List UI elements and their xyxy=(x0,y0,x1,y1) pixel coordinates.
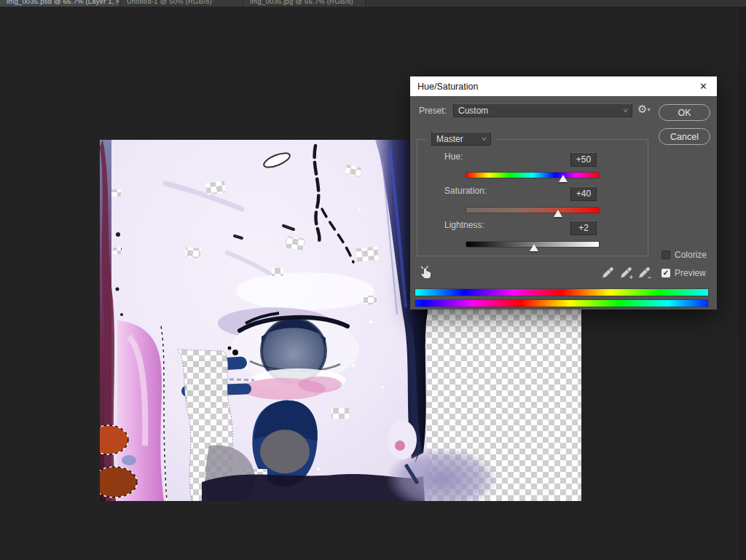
saturation-slider-thumb[interactable] xyxy=(554,210,562,217)
document-tab-1[interactable]: img_0036.psd @ 66.7% (Layer 1, RGB/8) * xyxy=(0,0,120,7)
saturation-value-field[interactable] xyxy=(570,186,597,201)
hue-saturation-dialog: Hue/Saturation ✕ Preset: Custom ˅ ⚙▾ OK … xyxy=(410,76,717,309)
chevron-down-icon: ˅ xyxy=(623,107,628,114)
colorize-checkbox[interactable] xyxy=(661,251,670,259)
document-tab-3[interactable]: img_0036.jpg @ 66.7% (RGB/8) xyxy=(243,0,366,7)
document-tab-3-label: img_0036.jpg @ 66.7% (RGB/8) xyxy=(243,0,365,6)
channel-dropdown[interactable]: Master ˅ xyxy=(431,132,491,146)
preset-options-gear-icon[interactable]: ⚙▾ xyxy=(637,103,650,117)
preset-dropdown[interactable]: Custom ˅ xyxy=(453,103,632,117)
hue-label: Hue: xyxy=(444,151,463,162)
channel-dropdown-wrap: Master ˅ xyxy=(427,132,495,146)
chevron-down-icon: ˅ xyxy=(482,135,487,143)
eyedropper-toolbar: + − xyxy=(601,267,650,279)
lightness-label: Lightness: xyxy=(444,220,484,230)
colorize-checkbox-row: Colorize xyxy=(661,250,707,260)
preset-label: Preset: xyxy=(419,106,447,116)
spectrum-bar-adjusted xyxy=(415,300,708,307)
hue-value-field[interactable] xyxy=(570,152,597,167)
eyedropper-icon[interactable] xyxy=(601,267,613,279)
eyedropper-minus-icon[interactable]: − xyxy=(637,267,650,279)
cancel-button[interactable]: Cancel xyxy=(659,128,710,145)
targeted-adjustment-hand-icon[interactable] xyxy=(418,265,433,282)
right-panel-edge xyxy=(739,7,746,560)
preview-label: Preview xyxy=(675,268,706,278)
channel-value: Master xyxy=(436,134,463,144)
lightness-value-field[interactable] xyxy=(570,221,597,235)
dialog-title: Hue/Saturation xyxy=(417,82,697,92)
preset-value: Custom xyxy=(458,106,488,116)
colorize-label: Colorize xyxy=(675,250,707,260)
document-tab-1-label: img_0036.psd @ 66.7% (Layer 1, RGB/8) * xyxy=(0,0,119,6)
lightness-slider[interactable] xyxy=(466,242,599,253)
hue-slider[interactable] xyxy=(466,173,599,184)
document-tab-bar: img_0036.psd @ 66.7% (Layer 1, RGB/8) * … xyxy=(0,0,746,7)
tab-bar-spacer xyxy=(366,0,746,7)
eyedropper-plus-icon[interactable]: + xyxy=(619,267,632,279)
dialog-body: Preset: Custom ˅ ⚙▾ OK Cancel Master ˅ H… xyxy=(410,96,717,309)
hue-slider-track[interactable] xyxy=(466,173,599,178)
saturation-slider-track[interactable] xyxy=(466,208,599,213)
saturation-slider[interactable] xyxy=(466,208,599,219)
spectrum-bar-original xyxy=(415,289,708,296)
hue-slider-thumb[interactable] xyxy=(559,175,568,182)
document-tab-2[interactable]: Untitled-1 @ 50% (RGB/8) xyxy=(120,0,243,7)
saturation-label: Saturation: xyxy=(444,186,487,196)
lightness-slider-thumb[interactable] xyxy=(530,244,538,251)
preview-checkbox-row: ✓ Preview xyxy=(661,268,706,278)
ok-button[interactable]: OK xyxy=(659,104,710,121)
dialog-titlebar[interactable]: Hue/Saturation ✕ xyxy=(410,76,717,96)
preview-checkbox[interactable]: ✓ xyxy=(661,269,670,277)
close-icon[interactable]: ✕ xyxy=(697,76,710,96)
document-tab-2-label: Untitled-1 @ 50% (RGB/8) xyxy=(120,0,243,6)
